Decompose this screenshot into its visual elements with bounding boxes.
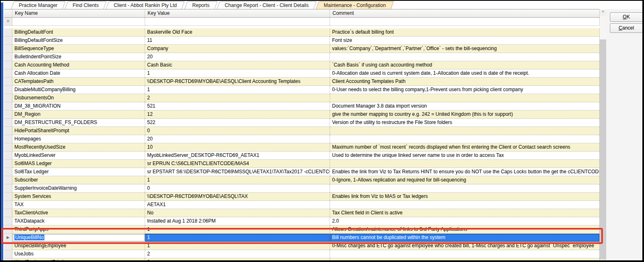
row-header-cell[interactable] bbox=[4, 176, 12, 184]
cell-key-value[interactable]: 0 bbox=[145, 258, 330, 260]
table-row[interactable]: Cash Accounting MethodCash Basic`Cash Ba… bbox=[4, 61, 600, 69]
row-header-cell[interactable] bbox=[4, 94, 12, 102]
row-header-cell[interactable] bbox=[4, 127, 12, 135]
cell-key-name[interactable]: Cash Allocation Date bbox=[12, 69, 145, 78]
cell-key-name[interactable]: MostRecentlyUsedSize bbox=[12, 143, 145, 152]
cell-comment[interactable] bbox=[330, 18, 600, 26]
cell-key-name[interactable]: TAXDatapack bbox=[12, 217, 145, 225]
table-row[interactable]: TAXAETAX1 bbox=[4, 201, 600, 209]
row-header-cell[interactable] bbox=[4, 86, 12, 94]
cell-key-value[interactable]: sr EPRUN C:\S6CLIENT\CLIENTCODE/MAS4 bbox=[145, 160, 330, 168]
cell-key-name[interactable]: Sol6MAS Ledger bbox=[12, 160, 145, 168]
vertical-scrollbar[interactable]: ^ bbox=[600, 9, 606, 260]
cell-key-value[interactable]: Installed at Aug 1 2018 2:06PM bbox=[145, 217, 330, 225]
cell-key-name[interactable]: BillSequenceType bbox=[12, 45, 145, 53]
cell-key-value[interactable]: Cash Basic bbox=[145, 61, 330, 69]
cell-key-name[interactable]: Cash Accounting Method bbox=[12, 61, 145, 69]
row-header-cell[interactable] bbox=[4, 102, 12, 110]
cell-comment[interactable] bbox=[330, 135, 600, 143]
row-header-cell[interactable] bbox=[4, 78, 12, 86]
table-row[interactable]: MostRecentlyUsedSize10Maximum number of … bbox=[4, 143, 600, 152]
table-row[interactable]: BillingDefaultFontSize11Font size bbox=[4, 37, 600, 45]
cell-comment[interactable]: 0-Allocation date used is current system… bbox=[330, 69, 600, 78]
table-row[interactable]: ThirdPartyApps1Allows Creation/maintenan… bbox=[4, 225, 600, 234]
cell-key-value[interactable]: 12 bbox=[145, 110, 330, 119]
cell-comment[interactable]: give the number mapping to country e.g. … bbox=[330, 110, 600, 119]
cell-key-name[interactable]: WordBackgroundPrinting bbox=[12, 258, 145, 260]
cell-comment[interactable] bbox=[330, 201, 600, 209]
table-row[interactable]: WordBackgroundPrinting0 bbox=[4, 258, 600, 260]
row-header-cell[interactable] bbox=[4, 160, 12, 168]
table-row[interactable]: Subscriber10-Ignore, 1-Allows replicatio… bbox=[4, 176, 600, 184]
cell-key-value[interactable]: 1 bbox=[145, 176, 330, 184]
cell-key-value[interactable]: Company bbox=[145, 45, 330, 53]
cell-comment[interactable] bbox=[330, 184, 600, 193]
cell-key-name[interactable]: HidePortalShareItPrompt bbox=[12, 127, 145, 135]
cell-key-value[interactable]: \\DESKTOP-R6CTD69\MYOBAE\AESQL\Client Ac… bbox=[145, 78, 330, 86]
cell-key-name[interactable]: Sol6Tax Ledger bbox=[12, 168, 145, 176]
table-row[interactable]: Homepages20 bbox=[4, 135, 600, 143]
table-row[interactable]: MyobLinkedServerMyobLinkedServer_DESKTOP… bbox=[4, 152, 600, 160]
row-header-cell[interactable] bbox=[4, 28, 12, 37]
row-header-cell[interactable] bbox=[4, 69, 12, 78]
table-row[interactable]: TAXDatapackInstalled at Aug 1 2018 2:06P… bbox=[4, 217, 600, 225]
table-row[interactable]: HidePortalShareItPrompt0 bbox=[4, 127, 600, 135]
cell-key-name[interactable]: UniqueBillNo bbox=[12, 234, 145, 242]
cell-key-name[interactable]: DM_38_MIGRATION bbox=[12, 102, 145, 110]
cell-key-name[interactable]: BillingDefaultFontSize bbox=[12, 37, 145, 45]
cell-key-name[interactable]: DM_RESTRUCTURE_FS_FOLDERS bbox=[12, 119, 145, 127]
column-header-comment[interactable]: Comment bbox=[330, 9, 600, 17]
cell-key-name[interactable]: DisbursementsOn bbox=[12, 94, 145, 102]
cell-comment[interactable]: Maximum number of `most recent` records … bbox=[330, 143, 600, 152]
row-header-cell[interactable]: ▶ bbox=[4, 234, 12, 242]
table-row[interactable]: DisbursementsOn2 bbox=[4, 94, 600, 102]
scroll-up-icon[interactable]: ^ bbox=[600, 9, 606, 16]
table-row[interactable]: Cash Allocation Date10-Allocation date u… bbox=[4, 69, 600, 78]
cell-comment[interactable]: Enables link from Viz to MAS or Tax ledg… bbox=[330, 193, 600, 201]
cell-key-value[interactable]: sr EPSTART S6:\\DESKTOP-R6CTD69\MSSQL\AE… bbox=[145, 168, 330, 176]
cell-key-value[interactable]: 20 bbox=[145, 53, 330, 61]
row-header-cell[interactable] bbox=[4, 53, 12, 61]
cell-key-name[interactable]: System Services bbox=[12, 193, 145, 201]
row-header-cell[interactable] bbox=[4, 217, 12, 225]
cell-key-value[interactable]: \\DESKTOP-R6CTD69\MYOBAE\AESQL\TAX bbox=[145, 193, 330, 201]
new-row[interactable]: ✳ bbox=[4, 18, 600, 26]
tab-find-clients[interactable]: Find Clients bbox=[65, 1, 107, 9]
row-header-cell[interactable] bbox=[4, 250, 12, 258]
cell-key-value[interactable]: 20 bbox=[145, 135, 330, 143]
row-header-cell[interactable] bbox=[4, 61, 12, 69]
cell-comment[interactable]: values:`Company`,`Department`,`Partner`,… bbox=[330, 45, 600, 53]
cell-comment[interactable]: Enables the link from Viz to Tax Returns… bbox=[330, 168, 600, 176]
cell-key-value[interactable]: 1 bbox=[145, 225, 330, 234]
table-row[interactable]: Sol6Tax Ledgersr EPSTART S6:\\DESKTOP-R6… bbox=[4, 168, 600, 176]
cell-key-name[interactable]: BillingDefaultFont bbox=[12, 28, 145, 37]
cell-comment[interactable] bbox=[330, 258, 600, 260]
table-row[interactable]: Sol6MAS Ledgersr EPRUN C:\S6CLIENT\CLIEN… bbox=[4, 160, 600, 168]
cell-comment[interactable]: Font size bbox=[330, 37, 600, 45]
cell-key-value[interactable]: 1 bbox=[145, 242, 330, 250]
cell-key-value[interactable]: AETAX1 bbox=[145, 201, 330, 209]
cell-comment[interactable]: Version of the utility to restructure th… bbox=[330, 119, 600, 127]
cell-key-name[interactable]: Homepages bbox=[12, 135, 145, 143]
cell-comment[interactable]: Bill numbers cannot be duplicated within… bbox=[330, 234, 600, 242]
row-header-cell[interactable] bbox=[4, 152, 12, 160]
cell-comment[interactable]: 0-User needs to select the billing compa… bbox=[330, 86, 600, 94]
table-row[interactable]: SupplierInvoiceDateWarning0 bbox=[4, 184, 600, 193]
column-header-key-value[interactable]: Key Value bbox=[145, 9, 330, 17]
row-header-cell[interactable] bbox=[4, 135, 12, 143]
cell-key-value[interactable]: Baskerville Old Face bbox=[145, 28, 330, 37]
cell-comment[interactable] bbox=[330, 160, 600, 168]
tab-client-abbot-rankin-pty-ltd[interactable]: Client - Abbot Rankin Pty Ltd bbox=[106, 1, 185, 9]
ok-button[interactable]: OK bbox=[610, 12, 643, 22]
cell-key-name[interactable]: BulletIndentPointSize bbox=[12, 53, 145, 61]
cell-key-name[interactable] bbox=[12, 18, 145, 26]
cell-comment[interactable]: Tax Client field in Client is active bbox=[330, 209, 600, 217]
table-row[interactable]: UnspecBillingEmployee10-Misc charges and… bbox=[4, 242, 600, 250]
row-header-cell[interactable] bbox=[4, 242, 12, 250]
table-row[interactable]: ▶UniqueBillNo1Bill numbers cannot be dup… bbox=[4, 234, 600, 242]
cell-key-value[interactable]: 0 bbox=[145, 184, 330, 193]
tab-practice-manager[interactable]: Practice Manager bbox=[11, 1, 66, 9]
cell-key-name[interactable]: ThirdPartyApps bbox=[12, 225, 145, 234]
row-header-cell[interactable] bbox=[4, 225, 12, 234]
cancel-button[interactable]: Cancel bbox=[610, 23, 643, 33]
